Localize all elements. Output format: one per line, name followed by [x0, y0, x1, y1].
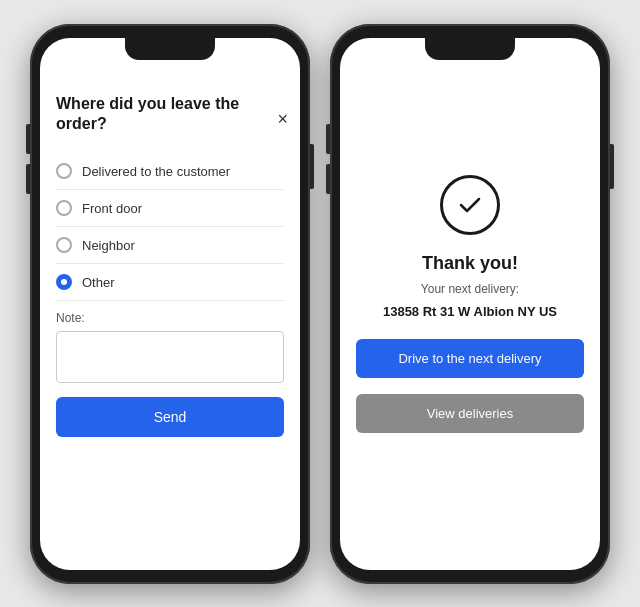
option-front-door[interactable]: Front door: [56, 190, 284, 227]
view-deliveries-button[interactable]: View deliveries: [356, 394, 584, 433]
radio-other[interactable]: [56, 274, 72, 290]
radio-delivered[interactable]: [56, 163, 72, 179]
phone-screen-right: Thank you! Your next delivery: 13858 Rt …: [340, 38, 600, 570]
option-other-label: Other: [82, 275, 115, 290]
note-input[interactable]: [56, 331, 284, 383]
power-btn-r: [610, 144, 614, 189]
note-label: Note:: [56, 311, 284, 325]
phone-notch-left: [125, 38, 215, 60]
option-other[interactable]: Other: [56, 264, 284, 301]
radio-front-door[interactable]: [56, 200, 72, 216]
volume-down-btn: [26, 164, 30, 194]
next-delivery-label: Your next delivery:: [421, 282, 519, 296]
close-button[interactable]: ×: [277, 110, 288, 128]
form-title: Where did you leave the order?: [56, 94, 284, 136]
volume-up-btn: [26, 124, 30, 154]
send-button[interactable]: Send: [56, 397, 284, 437]
option-delivered[interactable]: Delivered to the customer: [56, 153, 284, 190]
thank-you-title: Thank you!: [422, 253, 518, 274]
next-delivery-address: 13858 Rt 31 W Albion NY US: [383, 304, 557, 319]
phone-screen-left: × Where did you leave the order? Deliver…: [40, 38, 300, 570]
radio-neighbor[interactable]: [56, 237, 72, 253]
thankyou-screen: Thank you! Your next delivery: 13858 Rt …: [340, 38, 600, 570]
left-phone: × Where did you leave the order? Deliver…: [30, 24, 310, 584]
volume-down-btn-r: [326, 164, 330, 194]
volume-up-btn-r: [326, 124, 330, 154]
option-neighbor[interactable]: Neighbor: [56, 227, 284, 264]
option-delivered-label: Delivered to the customer: [82, 164, 230, 179]
phone-notch-right: [425, 38, 515, 60]
option-front-door-label: Front door: [82, 201, 142, 216]
option-neighbor-label: Neighbor: [82, 238, 135, 253]
power-btn: [310, 144, 314, 189]
checkmark-svg: [455, 190, 485, 220]
check-circle-icon: [440, 175, 500, 235]
right-phone: Thank you! Your next delivery: 13858 Rt …: [330, 24, 610, 584]
left-screen-content: × Where did you leave the order? Deliver…: [40, 74, 300, 570]
drive-button[interactable]: Drive to the next delivery: [356, 339, 584, 378]
